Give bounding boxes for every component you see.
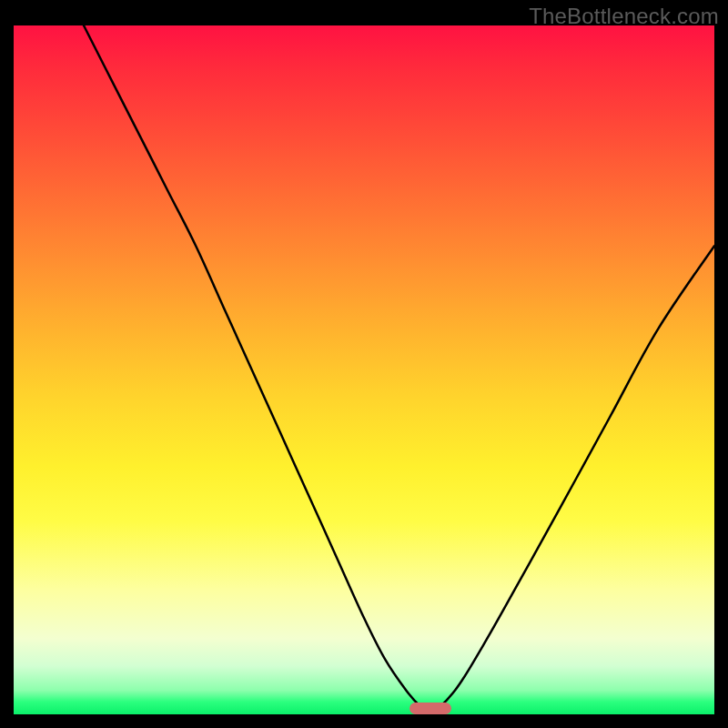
chart-frame: TheBottleneck.com: [0, 0, 728, 728]
plot-area: [14, 25, 714, 714]
watermark-text: TheBottleneck.com: [529, 4, 719, 29]
bottleneck-curve-path: [84, 25, 714, 713]
bottleneck-curve-svg: [14, 25, 714, 714]
optimum-marker: [410, 703, 451, 714]
